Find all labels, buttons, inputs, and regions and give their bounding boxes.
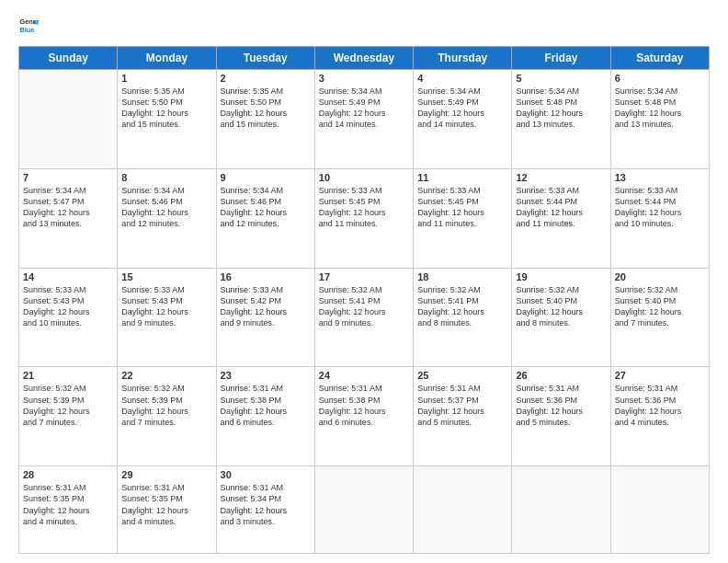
day-info: Sunrise: 5:31 AM Sunset: 5:36 PM Dayligh…	[615, 383, 705, 428]
calendar-cell: 29Sunrise: 5:31 AM Sunset: 5:35 PM Dayli…	[118, 466, 216, 554]
day-info: Sunrise: 5:34 AM Sunset: 5:48 PM Dayligh…	[516, 86, 606, 131]
day-number: 7	[23, 172, 113, 183]
day-number: 17	[319, 271, 409, 282]
day-number: 4	[417, 73, 507, 84]
day-number: 3	[319, 73, 409, 84]
calendar-cell: 21Sunrise: 5:32 AM Sunset: 5:39 PM Dayli…	[19, 367, 118, 466]
day-of-week-header: Tuesday	[216, 47, 314, 70]
day-info: Sunrise: 5:33 AM Sunset: 5:44 PM Dayligh…	[615, 185, 705, 230]
day-number: 6	[615, 73, 705, 84]
day-number: 22	[121, 370, 211, 381]
calendar-cell	[414, 466, 512, 554]
day-info: Sunrise: 5:32 AM Sunset: 5:39 PM Dayligh…	[23, 383, 113, 428]
calendar-cell: 6Sunrise: 5:34 AM Sunset: 5:48 PM Daylig…	[610, 70, 709, 169]
day-info: Sunrise: 5:32 AM Sunset: 5:40 PM Dayligh…	[615, 284, 705, 329]
day-number: 24	[319, 370, 409, 381]
calendar-cell: 14Sunrise: 5:33 AM Sunset: 5:43 PM Dayli…	[19, 268, 118, 367]
calendar-cell: 22Sunrise: 5:32 AM Sunset: 5:39 PM Dayli…	[118, 367, 216, 466]
day-info: Sunrise: 5:33 AM Sunset: 5:43 PM Dayligh…	[23, 284, 113, 329]
day-info: Sunrise: 5:32 AM Sunset: 5:40 PM Dayligh…	[516, 284, 606, 329]
calendar-cell: 24Sunrise: 5:31 AM Sunset: 5:38 PM Dayli…	[314, 367, 413, 466]
day-info: Sunrise: 5:32 AM Sunset: 5:39 PM Dayligh…	[121, 383, 211, 428]
day-number: 23	[221, 370, 311, 381]
day-of-week-header: Thursday	[414, 47, 512, 70]
calendar-cell: 5Sunrise: 5:34 AM Sunset: 5:48 PM Daylig…	[512, 70, 610, 169]
calendar-cell: 19Sunrise: 5:32 AM Sunset: 5:40 PM Dayli…	[512, 268, 610, 367]
calendar-cell	[19, 70, 118, 169]
calendar-cell: 28Sunrise: 5:31 AM Sunset: 5:35 PM Dayli…	[19, 466, 118, 554]
day-info: Sunrise: 5:34 AM Sunset: 5:49 PM Dayligh…	[319, 86, 409, 131]
day-info: Sunrise: 5:32 AM Sunset: 5:41 PM Dayligh…	[319, 284, 409, 329]
day-number: 30	[221, 469, 311, 480]
day-info: Sunrise: 5:34 AM Sunset: 5:46 PM Dayligh…	[221, 185, 311, 230]
day-number: 10	[319, 172, 409, 183]
calendar-cell: 11Sunrise: 5:33 AM Sunset: 5:45 PM Dayli…	[414, 168, 512, 268]
calendar-cell: 23Sunrise: 5:31 AM Sunset: 5:38 PM Dayli…	[216, 367, 314, 466]
calendar-cell: 18Sunrise: 5:32 AM Sunset: 5:41 PM Dayli…	[414, 268, 512, 367]
calendar-cell: 17Sunrise: 5:32 AM Sunset: 5:41 PM Dayli…	[314, 268, 413, 367]
day-number: 16	[221, 271, 311, 282]
day-info: Sunrise: 5:33 AM Sunset: 5:43 PM Dayligh…	[121, 284, 211, 329]
calendar-cell: 30Sunrise: 5:31 AM Sunset: 5:34 PM Dayli…	[216, 466, 314, 554]
day-info: Sunrise: 5:33 AM Sunset: 5:45 PM Dayligh…	[417, 185, 507, 230]
calendar-cell: 25Sunrise: 5:31 AM Sunset: 5:37 PM Dayli…	[414, 367, 512, 466]
calendar-cell: 15Sunrise: 5:33 AM Sunset: 5:43 PM Dayli…	[118, 268, 216, 367]
day-info: Sunrise: 5:32 AM Sunset: 5:41 PM Dayligh…	[417, 284, 507, 329]
calendar-cell	[512, 466, 610, 554]
day-info: Sunrise: 5:34 AM Sunset: 5:47 PM Dayligh…	[23, 185, 113, 230]
svg-text:Blue: Blue	[19, 26, 34, 34]
day-number: 26	[516, 370, 606, 381]
calendar-cell: 20Sunrise: 5:32 AM Sunset: 5:40 PM Dayli…	[610, 268, 709, 367]
day-info: Sunrise: 5:31 AM Sunset: 5:38 PM Dayligh…	[319, 383, 409, 428]
day-number: 21	[23, 370, 113, 381]
logo: General Blue	[18, 15, 40, 35]
calendar-cell: 3Sunrise: 5:34 AM Sunset: 5:49 PM Daylig…	[314, 70, 413, 169]
day-number: 12	[516, 172, 606, 183]
day-number: 9	[221, 172, 311, 183]
calendar-cell: 16Sunrise: 5:33 AM Sunset: 5:42 PM Dayli…	[216, 268, 314, 367]
day-of-week-header: Friday	[512, 47, 610, 70]
day-number: 2	[221, 73, 311, 84]
calendar-cell: 1Sunrise: 5:35 AM Sunset: 5:50 PM Daylig…	[118, 70, 216, 169]
calendar-cell: 26Sunrise: 5:31 AM Sunset: 5:36 PM Dayli…	[512, 367, 610, 466]
day-of-week-header: Saturday	[610, 47, 709, 70]
day-info: Sunrise: 5:31 AM Sunset: 5:34 PM Dayligh…	[221, 482, 311, 527]
day-info: Sunrise: 5:31 AM Sunset: 5:35 PM Dayligh…	[23, 482, 113, 527]
day-of-week-header: Wednesday	[314, 47, 413, 70]
calendar-cell	[314, 466, 413, 554]
day-number: 19	[516, 271, 606, 282]
day-number: 8	[121, 172, 211, 183]
day-number: 11	[417, 172, 507, 183]
day-number: 14	[23, 271, 113, 282]
day-info: Sunrise: 5:31 AM Sunset: 5:35 PM Dayligh…	[121, 482, 211, 527]
day-number: 29	[121, 469, 211, 480]
day-info: Sunrise: 5:33 AM Sunset: 5:45 PM Dayligh…	[319, 185, 409, 230]
day-number: 15	[121, 271, 211, 282]
day-info: Sunrise: 5:31 AM Sunset: 5:36 PM Dayligh…	[516, 383, 606, 428]
calendar-cell	[610, 466, 709, 554]
day-info: Sunrise: 5:34 AM Sunset: 5:46 PM Dayligh…	[121, 185, 211, 230]
day-info: Sunrise: 5:33 AM Sunset: 5:42 PM Dayligh…	[221, 284, 311, 329]
day-info: Sunrise: 5:34 AM Sunset: 5:48 PM Dayligh…	[615, 86, 705, 131]
day-of-week-header: Sunday	[19, 47, 118, 70]
day-of-week-header: Monday	[118, 47, 216, 70]
day-info: Sunrise: 5:34 AM Sunset: 5:49 PM Dayligh…	[417, 86, 507, 131]
day-info: Sunrise: 5:31 AM Sunset: 5:37 PM Dayligh…	[417, 383, 507, 428]
calendar-cell: 12Sunrise: 5:33 AM Sunset: 5:44 PM Dayli…	[512, 168, 610, 268]
day-info: Sunrise: 5:35 AM Sunset: 5:50 PM Dayligh…	[221, 86, 311, 131]
day-number: 5	[516, 73, 606, 84]
day-number: 27	[615, 370, 705, 381]
day-info: Sunrise: 5:31 AM Sunset: 5:38 PM Dayligh…	[221, 383, 311, 428]
calendar-cell: 2Sunrise: 5:35 AM Sunset: 5:50 PM Daylig…	[216, 70, 314, 169]
calendar-cell: 13Sunrise: 5:33 AM Sunset: 5:44 PM Dayli…	[610, 168, 709, 268]
day-number: 13	[615, 172, 705, 183]
day-number: 1	[121, 73, 211, 84]
day-info: Sunrise: 5:33 AM Sunset: 5:44 PM Dayligh…	[516, 185, 606, 230]
day-number: 28	[23, 469, 113, 480]
day-number: 20	[615, 271, 705, 282]
calendar-cell: 9Sunrise: 5:34 AM Sunset: 5:46 PM Daylig…	[216, 168, 314, 268]
calendar-cell: 7Sunrise: 5:34 AM Sunset: 5:47 PM Daylig…	[19, 168, 118, 268]
day-number: 25	[417, 370, 507, 381]
day-number: 18	[417, 271, 507, 282]
day-info: Sunrise: 5:35 AM Sunset: 5:50 PM Dayligh…	[121, 86, 211, 131]
